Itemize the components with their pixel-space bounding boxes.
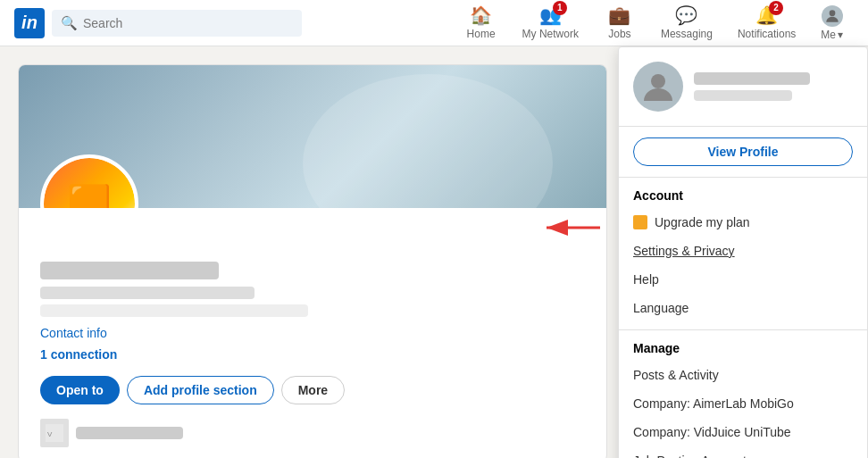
profile-actions: Open to Add profile section More [40,376,585,404]
svg-text:V: V [47,430,53,438]
nav-messaging[interactable]: 💬 Messaging [650,0,723,47]
posts-activity-item[interactable]: Posts & Activity [619,361,867,389]
nav-items: 🏠 Home 👥 1 My Network 💼 Jobs 💬 Messaging… [455,0,854,47]
profile-banner: 🟧 [19,65,606,208]
messaging-label: Messaging [661,28,713,40]
banner-decoration [303,74,553,208]
dropdown-avatar [633,62,683,112]
connections-count[interactable]: 1 connection [40,347,585,362]
profile-card: 🟧 Contact info 1 connection Open to Add … [18,64,607,458]
me-label: Me ▾ [821,29,843,41]
home-icon: 🏠 [470,4,492,26]
profile-subtitle-blurred [40,304,308,317]
settings-privacy-item[interactable]: Settings & Privacy [619,237,867,265]
nav-jobs[interactable]: 💼 Jobs [593,0,647,47]
notifications-icon: 🔔 2 [755,4,778,26]
search-bar[interactable]: 🔍 [52,10,302,37]
notifications-badge: 2 [769,1,783,15]
company2-item[interactable]: Company: VidJuice UniTube [619,418,867,446]
profile-title-blurred [40,287,255,299]
job-posting-item[interactable]: Job Posting Account [619,446,867,458]
me-avatar [822,5,843,27]
svg-point-0 [829,10,835,16]
nav-home[interactable]: 🏠 Home [455,0,508,47]
company-row: V [19,419,606,458]
notifications-label: Notifications [738,28,796,40]
dropdown-menu: View Profile Account Upgrade my plan Set… [618,46,868,458]
navbar: in 🔍 🏠 Home 👥 1 My Network 💼 Jobs 💬 Mess… [0,0,868,46]
dropdown-name-blurred [694,72,810,85]
contact-info-link[interactable]: Contact info [40,326,585,340]
company-logo: V [40,419,69,447]
account-section-title: Account [619,185,867,208]
messaging-icon: 💬 [675,4,697,26]
avatar-image: 🟧 [44,158,135,208]
me-chevron-icon: ▾ [838,29,843,41]
manage-section: Manage Posts & Activity Company: AimerLa… [619,329,867,458]
company-name-blurred [76,427,183,439]
manage-section-title: Manage [619,337,867,361]
svg-point-3 [651,74,665,88]
nav-my-network[interactable]: 👥 1 My Network [512,0,589,47]
nav-me[interactable]: Me ▾ [810,0,854,46]
company1-item[interactable]: Company: AimerLab MobiGo [619,389,867,418]
view-profile-button[interactable]: View Profile [633,137,853,166]
profile-info: Contact info 1 connection Open to Add pr… [19,208,606,419]
profile-avatar-wrapper: 🟧 [40,154,138,208]
upgrade-plan-item[interactable]: Upgrade my plan [619,208,867,237]
help-item[interactable]: Help [619,265,867,294]
jobs-icon: 💼 [608,4,630,26]
more-button[interactable]: More [281,376,345,404]
jobs-label: Jobs [608,28,630,40]
dropdown-title-blurred [694,90,792,101]
nav-notifications[interactable]: 🔔 2 Notifications [727,0,806,47]
home-label: Home [467,28,496,40]
linkedin-logo[interactable]: in [14,8,45,38]
my-network-icon: 👥 1 [539,4,562,26]
upgrade-icon [633,215,647,229]
search-input[interactable] [83,16,293,30]
profile-name-blurred [40,262,219,279]
search-icon: 🔍 [61,15,78,31]
dropdown-profile-text [694,72,810,101]
open-to-button[interactable]: Open to [40,376,120,404]
account-section: Account Upgrade my plan Settings & Priva… [619,177,867,329]
profile-avatar: 🟧 [40,154,138,208]
dropdown-profile-section [619,47,867,127]
my-network-label: My Network [522,28,579,40]
add-profile-section-button[interactable]: Add profile section [127,376,274,404]
language-item[interactable]: Language [619,294,867,322]
my-network-badge: 1 [553,1,567,15]
